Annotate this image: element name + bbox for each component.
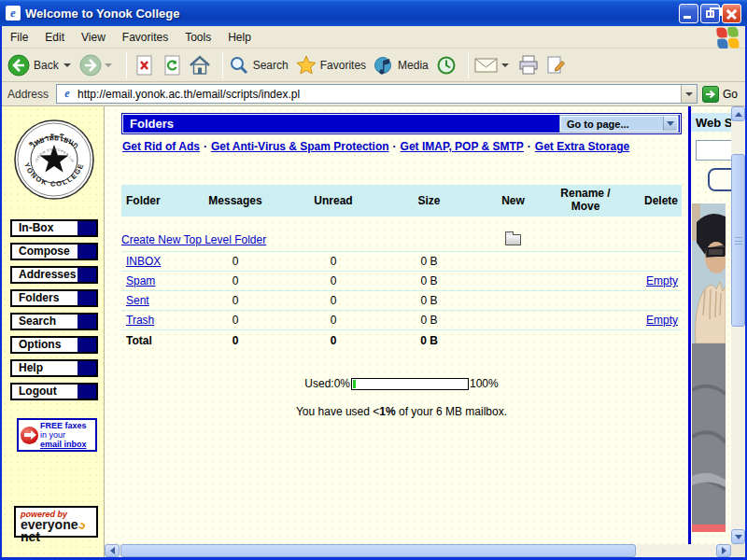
table-header-row: Folder Messages Unread Size New Rename /…: [121, 185, 682, 217]
media-button[interactable]: Media: [374, 55, 430, 76]
menu-file[interactable]: File: [2, 28, 36, 47]
menu-edit[interactable]: Edit: [36, 28, 73, 47]
address-url[interactable]: http://email.yonok.ac.th/email/scripts/i…: [78, 88, 681, 101]
col-folder: Folder: [121, 194, 184, 207]
web-search-input[interactable]: [696, 140, 731, 161]
print-button[interactable]: [517, 54, 540, 77]
print-icon: [517, 54, 540, 77]
scroll-left-button[interactable]: [105, 544, 120, 557]
empty-trash-link[interactable]: Empty: [623, 314, 682, 327]
chevron-up-icon: [735, 112, 742, 117]
red-arrow-icon: [21, 427, 38, 444]
menu-view[interactable]: View: [73, 28, 114, 47]
link-antivirus-spam[interactable]: Get Anti-Virus & Spam Protection: [211, 140, 389, 153]
stop-button[interactable]: [133, 54, 155, 77]
link-get-rid-of-ads[interactable]: Get Rid of Ads: [122, 140, 200, 153]
sidebar-item-options[interactable]: Options: [10, 336, 98, 354]
window-title: Welcome to Yonok College: [25, 7, 179, 21]
address-bar: Address e http://email.yonok.ac.th/email…: [2, 82, 745, 106]
sidebar-item-folders[interactable]: Folders: [10, 289, 98, 307]
scroll-down-button[interactable]: [731, 529, 745, 544]
ie-page-icon: e: [6, 6, 21, 21]
minimize-button[interactable]: [679, 4, 698, 23]
address-label: Address: [7, 88, 49, 101]
forward-icon: [79, 54, 102, 77]
forward-button[interactable]: [79, 54, 115, 77]
right-panel: Web S: [691, 106, 731, 544]
person-photo: [692, 203, 726, 532]
search-button[interactable]: Search: [229, 55, 290, 76]
mail-dropdown-icon[interactable]: [501, 63, 509, 67]
vertical-scrollbar-thumb[interactable]: [731, 154, 745, 327]
new-folder-icon[interactable]: [505, 234, 521, 245]
horizontal-scrollbar[interactable]: [105, 544, 731, 557]
page-title: Folders: [130, 117, 560, 131]
restore-button[interactable]: [700, 4, 720, 23]
ad-line-3: email inbox: [40, 440, 87, 449]
scroll-right-button[interactable]: [716, 544, 731, 557]
vertical-scrollbar[interactable]: [731, 106, 745, 544]
sidebar-item-search[interactable]: Search: [10, 313, 98, 330]
table-row: Trash 0 0 0 B Empty: [121, 311, 682, 330]
menu-help[interactable]: Help: [219, 28, 260, 47]
scrollbar-corner: [731, 544, 745, 557]
col-size: Size: [380, 194, 478, 207]
restore-icon: [706, 10, 714, 18]
back-dropdown-icon[interactable]: [63, 63, 71, 67]
goto-page-select[interactable]: Go to page...: [560, 116, 678, 132]
web-search-button[interactable]: [708, 168, 731, 191]
sidebar-item-inbox[interactable]: In-Box: [10, 219, 98, 237]
col-rename-move: Rename / Move: [548, 188, 623, 214]
chevron-down-icon[interactable]: [663, 117, 677, 131]
address-input[interactable]: e http://email.yonok.ac.th/email/scripts…: [56, 84, 698, 104]
col-unread: Unread: [287, 194, 380, 207]
media-label: Media: [398, 59, 429, 72]
sidebar-item-help[interactable]: Help: [10, 359, 98, 377]
history-button[interactable]: [436, 55, 457, 76]
menu-tools[interactable]: Tools: [176, 28, 219, 47]
sidebar-item-logout[interactable]: Logout: [10, 383, 98, 400]
search-icon: [229, 55, 249, 76]
address-dropdown-button[interactable]: [681, 85, 697, 103]
refresh-button[interactable]: [161, 54, 183, 77]
edit-icon: [545, 55, 566, 76]
table-row: Spam 0 0 0 B Empty: [121, 272, 682, 291]
stop-icon: [133, 54, 155, 77]
ad-line-1: FREE faxes: [40, 421, 87, 430]
link-imap-pop-smtp[interactable]: Get IMAP, POP & SMTP: [401, 140, 524, 153]
go-button[interactable]: Go: [702, 86, 738, 103]
link-extra-storage[interactable]: Get Extra Storage: [535, 140, 629, 153]
back-button[interactable]: Back: [7, 54, 74, 77]
everyone-net-logo[interactable]: powered by everyonenet: [14, 506, 98, 538]
home-button[interactable]: [189, 54, 211, 77]
go-icon: [702, 86, 719, 103]
folder-link-inbox[interactable]: INBOX: [121, 255, 184, 268]
favorites-icon: [296, 55, 317, 76]
folder-link-spam[interactable]: Spam: [121, 274, 184, 287]
folder-link-trash[interactable]: Trash: [121, 314, 184, 327]
forward-dropdown-icon: [105, 63, 112, 67]
title-bar[interactable]: e Welcome to Yonok College: [0, 0, 747, 26]
free-faxes-ad[interactable]: FREE faxes in your email inbox: [17, 418, 97, 452]
promo-links: Get Rid of Ads·Get Anti-Virus & Spam Pro…: [122, 140, 629, 153]
folder-link-sent[interactable]: Sent: [121, 294, 184, 307]
close-button[interactable]: [722, 4, 741, 23]
sidebar-item-compose[interactable]: Compose: [10, 243, 98, 260]
horizontal-scrollbar-thumb[interactable]: [120, 544, 636, 557]
used-label: Used:0%: [304, 377, 350, 390]
chevron-right-icon: [722, 547, 726, 554]
menu-favorites[interactable]: Favorites: [114, 28, 176, 47]
favorites-button[interactable]: Favorites: [296, 55, 368, 76]
mail-button[interactable]: [474, 56, 512, 75]
usage-meter-fill: [353, 380, 356, 388]
folders-header: Folders Go to page...: [121, 113, 682, 134]
scroll-up-button[interactable]: [731, 106, 745, 121]
back-icon: [7, 54, 30, 77]
sidebar-item-addresses[interactable]: Addresses: [10, 266, 98, 284]
create-new-folder-link[interactable]: Create New Top Level Folder: [121, 233, 478, 246]
edit-button[interactable]: [545, 55, 566, 76]
back-label: Back: [34, 59, 59, 72]
empty-spam-link[interactable]: Empty: [623, 274, 682, 287]
col-new: New: [478, 194, 548, 207]
go-label: Go: [723, 88, 738, 101]
